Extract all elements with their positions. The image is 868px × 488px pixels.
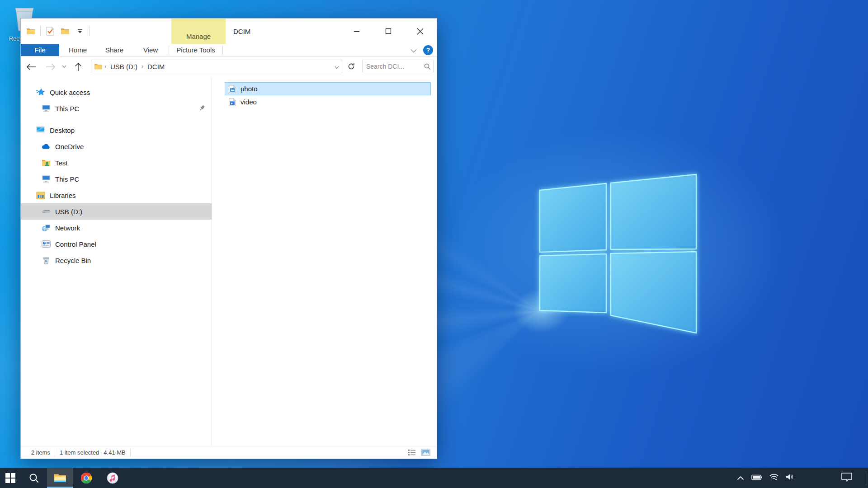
sidebar-item-libraries[interactable]: Libraries <box>21 187 212 203</box>
address-bar-row: › USB (D:) › DCIM <box>21 56 437 77</box>
help-button[interactable]: ? <box>423 45 433 55</box>
network-icon <box>42 223 51 232</box>
battery-icon[interactable] <box>751 474 762 482</box>
sidebar-item-label: OneDrive <box>55 143 84 150</box>
file-name: video <box>241 98 257 106</box>
recent-locations-chevron-icon[interactable] <box>62 60 66 74</box>
properties-check-icon[interactable] <box>45 26 56 37</box>
refresh-button[interactable] <box>344 60 358 73</box>
new-folder-icon[interactable] <box>60 26 71 37</box>
breadcrumb-dcim[interactable]: DCIM <box>146 63 166 70</box>
recycle-bin-icon: ♻ <box>42 256 51 265</box>
tab-home[interactable]: Home <box>59 44 96 56</box>
close-button[interactable] <box>404 19 436 44</box>
search-icon[interactable] <box>421 63 433 70</box>
sidebar-item-this-pc-pinned[interactable]: This PC <box>21 100 212 117</box>
onedrive-cloud-icon <box>42 142 51 151</box>
up-button[interactable] <box>75 60 82 74</box>
image-file-icon <box>228 85 236 93</box>
this-pc-icon <box>42 174 51 183</box>
volume-icon[interactable] <box>786 474 794 482</box>
quick-access-toolbar <box>25 19 90 44</box>
sidebar-item-this-pc[interactable]: This PC <box>21 171 212 187</box>
sidebar-item-label: This PC <box>55 105 79 113</box>
sidebar-item-test[interactable]: Test <box>21 155 212 171</box>
address-dropdown-chevron-icon[interactable] <box>335 63 339 70</box>
sidebar-item-network[interactable]: Network <box>21 220 212 236</box>
items-count: 2 items <box>31 449 50 456</box>
selection-size: 4.41 MB <box>104 449 125 456</box>
libraries-icon <box>36 191 45 200</box>
sidebar-item-desktop[interactable]: Desktop <box>21 122 212 138</box>
control-panel-icon <box>42 239 51 249</box>
breadcrumb-chevron-icon[interactable]: › <box>102 63 108 70</box>
search-icon <box>29 473 39 483</box>
wifi-icon[interactable] <box>769 474 778 482</box>
status-bar: 2 items 1 item selected 4.41 MB <box>21 446 437 459</box>
tab-file[interactable]: File <box>21 44 59 56</box>
taskbar-file-explorer-button[interactable] <box>47 468 73 488</box>
tab-view[interactable]: View <box>132 44 169 56</box>
breadcrumb-chevron-icon[interactable]: › <box>139 63 146 70</box>
search-input[interactable] <box>363 60 421 73</box>
window-title: DCIM <box>233 19 250 44</box>
caption-buttons <box>341 19 436 44</box>
sidebar-item-label: Network <box>55 224 80 232</box>
taskbar-chrome-button[interactable] <box>73 468 99 488</box>
user-folder-icon <box>42 158 51 167</box>
taskbar-search-button[interactable] <box>21 468 47 488</box>
sidebar-item-onedrive[interactable]: OneDrive <box>21 138 212 155</box>
search-box[interactable] <box>362 60 434 73</box>
minimize-button[interactable] <box>341 19 373 44</box>
usb-drive-icon <box>42 207 51 216</box>
explorer-folder-icon[interactable] <box>25 26 36 37</box>
show-desktop-button[interactable] <box>866 470 868 485</box>
details-view-button[interactable] <box>408 449 416 457</box>
thumbnail-view-button[interactable] <box>421 449 430 457</box>
chrome-icon <box>80 472 92 484</box>
file-name: photo <box>241 85 258 93</box>
customize-qat-chevron-icon[interactable] <box>75 26 85 37</box>
sidebar-item-recycle-bin[interactable]: ♻ Recycle Bin <box>21 252 212 268</box>
taskbar <box>0 468 868 488</box>
action-center-icon[interactable] <box>841 472 853 484</box>
file-item-photo[interactable]: photo <box>225 82 431 95</box>
sidebar-item-label: Desktop <box>50 127 75 134</box>
forward-button[interactable] <box>46 60 56 74</box>
address-bar[interactable]: › USB (D:) › DCIM <box>91 60 342 73</box>
taskbar-itunes-button[interactable] <box>99 468 126 488</box>
selection-count: 1 item selected <box>60 449 99 456</box>
start-button[interactable] <box>0 468 21 488</box>
file-item-video[interactable]: video <box>225 95 431 108</box>
sidebar-item-label: USB (D:) <box>55 208 82 216</box>
expand-ribbon-chevron-icon[interactable] <box>410 47 417 54</box>
file-list: photo video <box>212 77 437 446</box>
tab-picture-tools[interactable]: Picture Tools <box>169 44 222 56</box>
navigation-pane: Quick access This PC Desktop <box>21 77 212 446</box>
svg-text:♻: ♻ <box>45 259 47 263</box>
sidebar-item-label: Quick access <box>50 89 90 96</box>
itunes-icon <box>107 472 118 484</box>
qat-separator <box>40 26 41 36</box>
title-bar: Manage DCIM <box>21 19 437 44</box>
tab-share[interactable]: Share <box>96 44 132 56</box>
qat-separator <box>90 26 90 36</box>
quick-access-star-icon <box>36 88 45 97</box>
breadcrumb-usb-drive[interactable]: USB (D:) <box>108 63 139 70</box>
sidebar-item-control-panel[interactable]: Control Panel <box>21 236 212 252</box>
sidebar-item-quick-access[interactable]: Quick access <box>21 84 212 100</box>
folder-icon <box>94 63 102 70</box>
desktop-icon <box>36 126 45 135</box>
this-pc-icon <box>42 104 51 113</box>
file-explorer-window: Manage DCIM File Home Share View Picture… <box>20 18 437 459</box>
status-separator <box>55 449 55 457</box>
ribbon-tabs: File Home Share View Picture Tools ? <box>21 44 437 56</box>
sidebar-item-label: Test <box>55 159 68 167</box>
sidebar-item-label: Recycle Bin <box>55 257 91 264</box>
back-button[interactable] <box>26 60 36 74</box>
windows-start-icon <box>5 473 15 483</box>
tab-manage[interactable]: Manage <box>171 19 226 44</box>
sidebar-item-usb-drive[interactable]: USB (D:) <box>21 203 212 220</box>
maximize-button[interactable] <box>373 19 404 44</box>
hidden-icons-chevron-icon[interactable] <box>737 474 744 482</box>
